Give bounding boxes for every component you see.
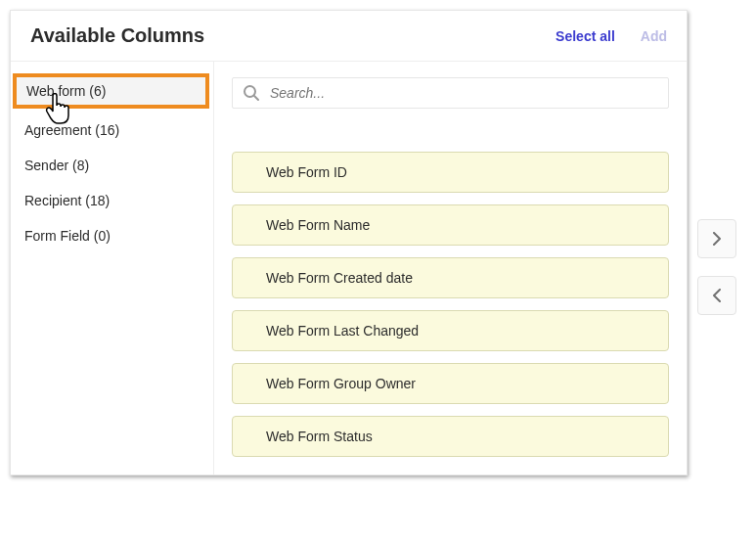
- column-label: Web Form Created date: [266, 270, 413, 286]
- panel-title: Available Columns: [30, 24, 556, 47]
- column-list: Web Form ID Web Form Name Web Form Creat…: [232, 152, 669, 457]
- sidebar-item-label: Form Field (0): [24, 228, 111, 244]
- side-nav: [697, 219, 736, 315]
- add-link[interactable]: Add: [641, 28, 667, 44]
- sidebar-item-label: Recipient (18): [24, 193, 110, 208]
- panel-body: Web form (6) Agreement (16) Sender (8) R…: [11, 62, 687, 475]
- sidebar-item-recipient[interactable]: Recipient (18): [11, 183, 213, 218]
- column-item[interactable]: Web Form Name: [232, 204, 669, 246]
- search-icon: [243, 84, 260, 102]
- column-item[interactable]: Web Form Status: [232, 416, 669, 457]
- sidebar-item-web-form[interactable]: Web form (6): [13, 73, 209, 109]
- column-item[interactable]: Web Form ID: [232, 152, 669, 193]
- next-button[interactable]: [697, 219, 736, 258]
- sidebar-item-agreement[interactable]: Agreement (16): [11, 113, 213, 148]
- svg-line-1: [254, 96, 258, 100]
- panel-header: Available Columns Select all Add: [11, 11, 687, 62]
- column-label: Web Form Group Owner: [266, 376, 416, 391]
- column-item[interactable]: Web Form Last Changed: [232, 310, 669, 351]
- sidebar-item-label: Sender (8): [24, 158, 89, 173]
- select-all-link[interactable]: Select all: [556, 28, 615, 44]
- column-item[interactable]: Web Form Group Owner: [232, 363, 669, 404]
- search-field[interactable]: [232, 77, 669, 109]
- chevron-left-icon: [712, 289, 722, 302]
- sidebar-item-sender[interactable]: Sender (8): [11, 148, 213, 183]
- column-label: Web Form Status: [266, 429, 373, 444]
- main-area: Web Form ID Web Form Name Web Form Creat…: [214, 62, 687, 475]
- column-item[interactable]: Web Form Created date: [232, 257, 669, 298]
- sidebar-item-label: Agreement (16): [24, 122, 119, 138]
- search-input[interactable]: [270, 85, 658, 101]
- chevron-right-icon: [712, 232, 722, 246]
- prev-button[interactable]: [697, 276, 736, 315]
- column-label: Web Form Name: [266, 217, 370, 233]
- column-label: Web Form Last Changed: [266, 323, 419, 339]
- category-sidebar: Web form (6) Agreement (16) Sender (8) R…: [11, 62, 214, 475]
- available-columns-panel: Available Columns Select all Add Web for…: [10, 10, 688, 475]
- column-label: Web Form ID: [266, 164, 347, 180]
- sidebar-item-form-field[interactable]: Form Field (0): [11, 218, 213, 253]
- sidebar-item-label: Web form (6): [26, 83, 106, 99]
